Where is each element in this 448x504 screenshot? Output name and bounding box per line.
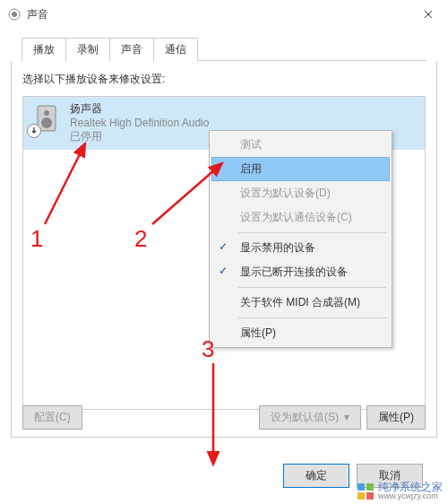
device-name: 扬声器 [70,102,209,117]
svg-point-3 [44,110,49,116]
disabled-overlay-icon [27,124,41,138]
device-info: 扬声器 Realtek High Definition Audio 已停用 [70,102,209,144]
menu-properties[interactable]: 属性(P) [211,321,390,345]
svg-rect-8 [366,492,374,500]
titlebar: 声音 [0,0,448,29]
menu-set-default-comm: 设置为默认通信设备(C) [211,205,390,230]
menu-separator [238,287,386,288]
svg-point-4 [41,117,52,128]
menu-show-disabled[interactable]: ✓ 显示禁用的设备 [211,236,390,260]
check-icon: ✓ [219,240,228,253]
chevron-down-icon: ▾ [344,411,349,423]
watermark-url: www.ycwjzy.com [378,492,443,500]
watermark-logo-icon [357,482,375,500]
svg-rect-5 [358,483,365,491]
sound-icon [7,7,22,22]
inner-button-row: 配置(C) 设为默认值(S)▾ 属性(P) [22,405,426,430]
set-default-button[interactable]: 设为默认值(S)▾ [259,405,361,430]
svg-rect-6 [366,483,374,491]
properties-button[interactable]: 属性(P) [366,405,426,430]
menu-separator [238,317,386,318]
watermark: 纯净系统之家 www.ycwjzy.com [357,482,443,500]
check-icon: ✓ [219,265,228,277]
device-desc: Realtek High Definition Audio [70,117,209,131]
svg-rect-7 [358,492,365,500]
instruction-text: 选择以下播放设备来修改设置: [22,72,426,87]
tab-sounds[interactable]: 声音 [110,38,154,61]
svg-point-1 [12,12,17,17]
window-title: 声音 [27,7,409,22]
menu-set-default: 设置为默认设备(D) [211,181,390,205]
speaker-icon [30,102,63,135]
close-button[interactable] [409,0,448,29]
context-menu: 测试 启用 设置为默认设备(D) 设置为默认通信设备(C) ✓ 显示禁用的设备 … [209,130,392,348]
menu-test: 测试 [211,133,390,157]
menu-about-midi[interactable]: 关于软件 MIDI 合成器(M) [211,291,390,315]
tab-communications[interactable]: 通信 [154,38,198,61]
menu-show-disconnected[interactable]: ✓ 显示已断开连接的设备 [211,260,390,284]
tabs: 播放 录制 声音 通信 [11,32,437,61]
device-status: 已停用 [70,130,209,144]
menu-separator [238,232,386,233]
tab-playback[interactable]: 播放 [22,38,66,62]
configure-button[interactable]: 配置(C) [22,405,82,430]
tab-recording[interactable]: 录制 [66,38,110,61]
menu-enable[interactable]: 启用 [211,157,390,181]
ok-button[interactable]: 确定 [283,464,349,488]
